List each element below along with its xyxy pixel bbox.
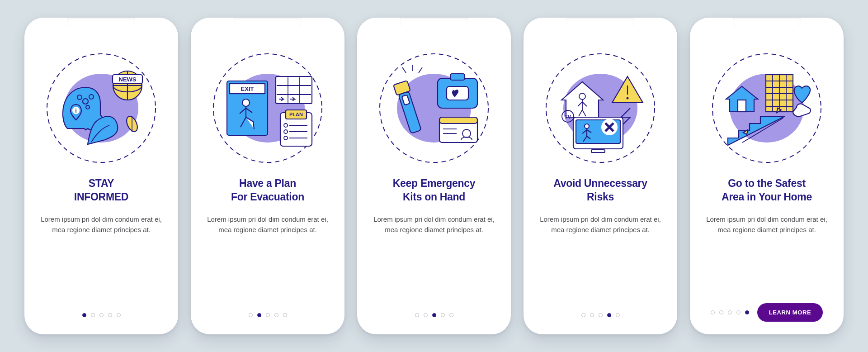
page-indicator: [711, 310, 749, 314]
card-title: Avoid Unnecessary Risks: [553, 177, 647, 204]
card-description: Lorem ipsum pri dol dim condum erat ei, …: [37, 214, 165, 235]
avoid-risk-icon: TV: [542, 49, 659, 167]
phone-notch: [234, 18, 302, 29]
dot-5[interactable]: [745, 310, 749, 314]
news-head-wave-icon: i NEWS: [42, 49, 160, 167]
svg-rect-45: [439, 117, 477, 124]
dot-2[interactable]: [590, 313, 594, 317]
news-label: NEWS: [119, 76, 137, 83]
page-indicator: [82, 313, 121, 317]
title-line1: Avoid Unnecessary: [553, 177, 647, 189]
card-description: Lorem ipsum pri dol dim condum erat ei, …: [703, 214, 831, 235]
svg-line-38: [402, 67, 406, 73]
exit-plan-icon: EXIT PLAN: [209, 49, 326, 167]
phone-notch: [566, 18, 634, 29]
onboarding-card-3: Keep Emergency Kits on Hand Lorem ipsum …: [357, 18, 511, 334]
dot-5[interactable]: [117, 313, 121, 317]
dot-4[interactable]: [108, 313, 112, 317]
learn-more-button[interactable]: LEARN MORE: [757, 303, 823, 322]
dot-1[interactable]: [581, 313, 585, 317]
card-title: STAY INFORMED: [74, 177, 128, 204]
svg-rect-61: [591, 150, 605, 152]
svg-point-57: [585, 124, 589, 128]
title-line2: INFORMED: [74, 191, 128, 203]
title-line1: STAY: [89, 177, 114, 189]
dot-4[interactable]: [736, 310, 741, 314]
svg-line-40: [419, 67, 422, 73]
plan-label: PLAN: [289, 112, 303, 117]
dot-3[interactable]: [599, 313, 603, 317]
phone-notch: [400, 18, 468, 29]
title-line1: Have a Plan: [239, 177, 296, 189]
title-line2: For Evacuation: [231, 191, 304, 203]
svg-point-53: [627, 97, 629, 100]
dot-3[interactable]: [266, 313, 270, 317]
emergency-kit-icon: [375, 49, 493, 167]
card-title: Have a Plan For Evacuation: [231, 177, 304, 204]
dot-5[interactable]: [283, 313, 287, 317]
onboarding-card-2: EXIT PLAN Have a Plan For Evacuation Lor…: [191, 18, 344, 334]
dot-3[interactable]: [432, 313, 436, 317]
title-line2: Risks: [587, 191, 614, 203]
tv-label: TV: [565, 114, 571, 119]
dot-2[interactable]: [424, 313, 428, 317]
title-line1: Keep Emergency: [393, 177, 475, 189]
footer-row: LEARN MORE: [703, 303, 831, 322]
dot-2[interactable]: [91, 313, 95, 317]
card-description: Lorem ipsum pri dol dim condum erat ei, …: [370, 214, 498, 235]
svg-text:i: i: [75, 107, 77, 114]
svg-point-19: [242, 99, 250, 106]
dot-2[interactable]: [719, 310, 723, 314]
onboarding-card-4: TV Avoid Unnecessary Risks Lorem ipsum p…: [524, 18, 677, 334]
page-indicator: [249, 313, 287, 317]
onboarding-card-5: Go to the Safest Area in Your Home Lorem…: [690, 18, 844, 334]
title-line2: Area in Your Home: [722, 191, 812, 203]
dot-4[interactable]: [441, 313, 445, 317]
onboarding-card-1: i NEWS STAY INFORMED Lorem ipsum pri dol…: [24, 18, 178, 334]
phone-notch: [733, 18, 801, 29]
dot-1[interactable]: [711, 310, 715, 314]
dot-1[interactable]: [82, 313, 86, 317]
phone-notch: [67, 18, 135, 29]
dot-4[interactable]: [607, 313, 611, 317]
exit-label: EXIT: [241, 86, 254, 92]
svg-rect-64: [738, 100, 746, 112]
card-description: Lorem ipsum pri dol dim condum erat ei, …: [203, 214, 332, 235]
dot-4[interactable]: [274, 313, 278, 317]
svg-rect-42: [450, 74, 465, 80]
dot-5[interactable]: [449, 313, 453, 317]
page-indicator: [581, 313, 620, 317]
card-description: Lorem ipsum pri dol dim condum erat ei, …: [536, 214, 665, 235]
title-line1: Go to the Safest: [728, 177, 806, 189]
dot-3[interactable]: [99, 313, 104, 317]
card-title: Go to the Safest Area in Your Home: [722, 177, 812, 204]
safe-area-icon: [708, 49, 826, 167]
dot-1[interactable]: [415, 313, 419, 317]
title-line2: Kits on Hand: [403, 191, 465, 203]
page-indicator: [415, 313, 453, 317]
dot-1[interactable]: [249, 313, 253, 317]
dot-2[interactable]: [257, 313, 261, 317]
card-title: Keep Emergency Kits on Hand: [393, 177, 475, 204]
dot-5[interactable]: [616, 313, 620, 317]
dot-3[interactable]: [728, 310, 732, 314]
